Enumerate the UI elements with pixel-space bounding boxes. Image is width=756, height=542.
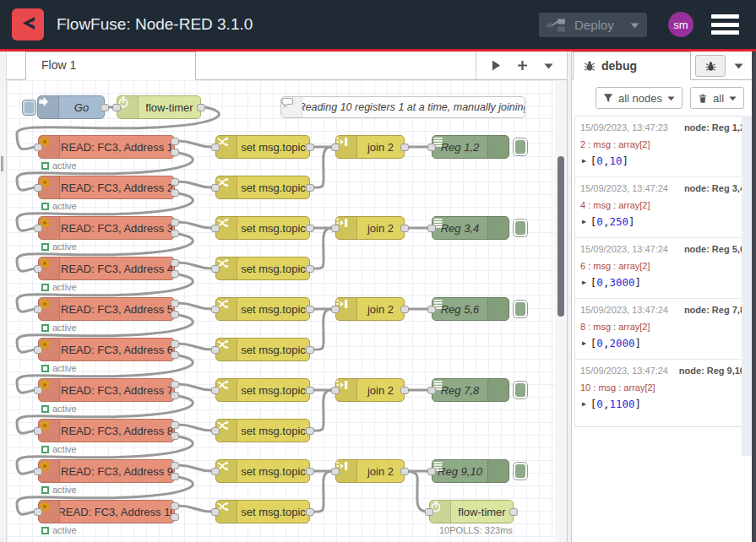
port-out[interactable]: [171, 432, 179, 440]
port-out[interactable]: [306, 225, 314, 232]
debug-toggle-button[interactable]: [513, 381, 528, 399]
wire[interactable]: [178, 465, 212, 471]
palette-grip[interactable]: [1, 156, 3, 171]
wire[interactable]: [313, 471, 332, 512]
port-in[interactable]: [34, 225, 42, 232]
port-in[interactable]: [425, 508, 433, 516]
flow-node-reg1[interactable]: Reg 1,2: [432, 135, 509, 159]
port-in[interactable]: [211, 184, 220, 192]
flow-node-read6[interactable]: READ: FC3, Address 6: [38, 338, 175, 361]
port-out[interactable]: [306, 468, 314, 475]
tab-flow-1[interactable]: Flow 1: [25, 51, 196, 80]
port-out[interactable]: [171, 149, 179, 156]
port-in[interactable]: [211, 427, 220, 435]
port-out[interactable]: [171, 138, 179, 145]
flow-node-join4[interactable]: join 2: [335, 378, 405, 402]
filter-nodes-button[interactable]: all nodes: [596, 87, 683, 109]
port-out[interactable]: [171, 502, 179, 510]
flow-node-reg5[interactable]: Reg 9,10: [432, 459, 509, 483]
flow-node-timer_bot[interactable]: flow-timer: [429, 500, 514, 523]
port-in[interactable]: [211, 468, 220, 475]
plus-icon[interactable]: [517, 60, 528, 71]
wire[interactable]: [178, 141, 212, 147]
port-out[interactable]: [171, 421, 179, 429]
port-out[interactable]: [171, 219, 179, 226]
flow-node-reg4[interactable]: Reg 7,8: [432, 378, 509, 402]
port-out[interactable]: [306, 427, 314, 435]
wire[interactable]: [178, 222, 212, 228]
port-in[interactable]: [427, 144, 436, 151]
flow-node-set6[interactable]: set msg.topic: [215, 338, 310, 361]
port-out[interactable]: [171, 381, 179, 388]
port-out[interactable]: [306, 144, 314, 151]
wire[interactable]: [178, 384, 212, 390]
port-out[interactable]: [400, 225, 409, 232]
flow-node-set8[interactable]: set msg.topic: [215, 419, 310, 442]
expand-caret-icon[interactable]: ▶: [582, 279, 586, 286]
wire[interactable]: [178, 425, 212, 431]
debug-toggle-button[interactable]: [513, 219, 528, 237]
debug-toggle-button[interactable]: [513, 138, 528, 156]
port-in[interactable]: [34, 265, 42, 273]
port-in[interactable]: [34, 184, 42, 192]
flow-node-read8[interactable]: READ: FC3, Address 8: [38, 419, 175, 442]
flow-node-set9[interactable]: set msg.topic: [215, 459, 310, 483]
flow-node-set4[interactable]: set msg.topic: [215, 257, 310, 280]
port-in[interactable]: [34, 508, 42, 516]
port-in[interactable]: [34, 346, 42, 354]
flow-node-set5[interactable]: set msg.topic: [215, 297, 310, 321]
avatar[interactable]: sm: [668, 12, 693, 37]
flow-node-timer_top[interactable]: flow-timer: [117, 95, 201, 119]
flow-node-set7[interactable]: set msg.topic: [215, 378, 310, 402]
wire[interactable]: [178, 344, 212, 350]
expand-caret-icon[interactable]: ▶: [582, 339, 586, 347]
menu-icon[interactable]: [711, 14, 739, 35]
port-out[interactable]: [306, 306, 314, 313]
debug-toggle-button[interactable]: [513, 462, 528, 480]
port-out[interactable]: [306, 184, 314, 192]
port-out[interactable]: [171, 300, 179, 307]
canvas-scrollbar-thumb[interactable]: [557, 156, 564, 317]
inject-button[interactable]: [22, 100, 36, 116]
port-out[interactable]: [171, 178, 179, 186]
expand-caret-icon[interactable]: ▶: [582, 218, 586, 225]
port-in[interactable]: [427, 225, 436, 232]
flow-node-set10[interactable]: set msg.topic: [215, 500, 310, 523]
flow-node-join3[interactable]: join 2: [335, 297, 405, 321]
flow-node-read3[interactable]: READ: FC3, Address 3: [38, 216, 175, 240]
flow-node-read7[interactable]: READ: FC3, Address 7: [38, 378, 175, 402]
flow-node-read5[interactable]: READ: FC3, Address 5: [38, 297, 175, 321]
wire[interactable]: [408, 471, 426, 512]
wire[interactable]: [313, 228, 332, 268]
port-in[interactable]: [331, 225, 340, 232]
flow-node-reg3[interactable]: Reg 5,6: [432, 297, 509, 321]
wire[interactable]: [178, 182, 212, 187]
flow-node-set2[interactable]: set msg.topic: [215, 176, 310, 199]
port-out[interactable]: [171, 230, 179, 237]
port-out[interactable]: [400, 144, 409, 151]
wire[interactable]: [313, 147, 332, 187]
expand-caret-icon[interactable]: ▶: [582, 400, 586, 408]
port-out[interactable]: [400, 468, 409, 475]
port-in[interactable]: [211, 306, 220, 313]
port-in[interactable]: [211, 225, 220, 232]
port-out[interactable]: [171, 462, 179, 469]
chevron-down-icon[interactable]: [630, 22, 639, 29]
port-out[interactable]: [101, 104, 109, 111]
wire[interactable]: [178, 303, 212, 309]
flow-node-go[interactable]: Go: [37, 95, 105, 119]
port-out[interactable]: [171, 259, 179, 267]
port-in[interactable]: [427, 468, 436, 475]
debug-scrollbar[interactable]: [742, 116, 752, 456]
flow-node-join1[interactable]: join 2: [335, 135, 405, 159]
port-in[interactable]: [34, 387, 42, 394]
flow-node-comment1[interactable]: Reading 10 registers 1 at a time, manual…: [280, 96, 525, 118]
wire[interactable]: [178, 263, 212, 268]
flow-node-read2[interactable]: READ: FC3, Address 2: [38, 176, 175, 199]
wire[interactable]: [313, 390, 332, 431]
port-in[interactable]: [427, 306, 436, 313]
flow-node-read9[interactable]: READ: FC3, Address 9: [38, 459, 175, 483]
port-out[interactable]: [171, 351, 179, 359]
port-in[interactable]: [211, 508, 220, 516]
port-in[interactable]: [331, 468, 340, 475]
